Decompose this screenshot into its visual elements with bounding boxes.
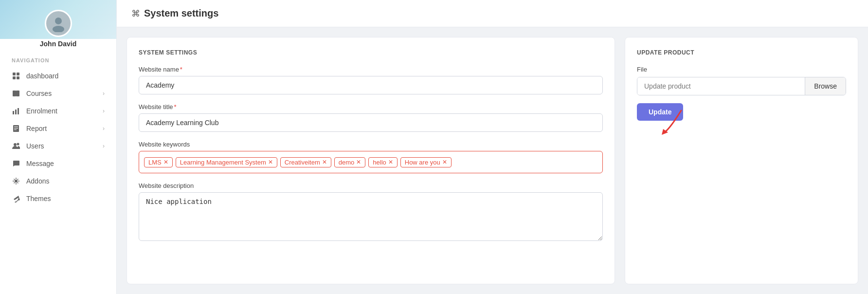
update-button[interactable]: Update [637, 103, 683, 121]
website-keywords-group: Website keywords LMS ✕Learning Managemen… [139, 141, 603, 173]
sidebar-item-label: Message [26, 160, 54, 167]
chevron-right-icon: › [103, 108, 105, 114]
page-title: System settings [144, 8, 218, 19]
update-product-panel: UPDATE PRODUCT File Browse Update [625, 37, 858, 284]
system-settings-icon: ⌘ [131, 8, 140, 19]
chevron-right-icon: › [103, 90, 105, 97]
tag-close-icon[interactable]: ✕ [163, 159, 168, 165]
report-icon [12, 125, 20, 132]
website-description-textarea[interactable]: Nice application [139, 192, 603, 241]
tag-close-icon[interactable]: ✕ [356, 159, 361, 165]
website-description-label: Website description [139, 182, 603, 189]
svg-rect-5 [17, 76, 19, 79]
tag-close-icon[interactable]: ✕ [388, 159, 393, 165]
keyword-tag[interactable]: Creativeitem ✕ [280, 157, 331, 167]
keywords-tags-input[interactable]: LMS ✕Learning Management System ✕Creativ… [139, 151, 603, 173]
sidebar-item-label: Report [26, 125, 47, 132]
website-title-group: Website title * [139, 103, 603, 132]
tag-close-icon[interactable]: ✕ [442, 159, 447, 165]
grid-icon [12, 72, 20, 80]
svg-rect-7 [15, 110, 17, 114]
svg-rect-3 [17, 73, 19, 75]
avatar [45, 10, 72, 37]
required-asterisk: * [174, 103, 177, 110]
brush-icon [12, 195, 20, 202]
chart-icon [12, 107, 20, 115]
main-content: ⌘ System settings SYSTEM SETTINGS Websit… [117, 0, 868, 294]
sidebar-item-label: Addons [26, 177, 49, 185]
keyword-tag[interactable]: Learning Management System ✕ [176, 157, 277, 167]
svg-point-11 [15, 180, 18, 183]
keyword-tag[interactable]: How are you ✕ [400, 157, 452, 167]
sidebar-item-report[interactable]: Report › [0, 120, 116, 137]
sidebar-item-label: dashboard [26, 72, 58, 80]
keyword-tag[interactable]: LMS ✕ [144, 157, 173, 167]
svg-point-1 [53, 26, 64, 32]
settings-panel-title: SYSTEM SETTINGS [139, 49, 603, 56]
file-input[interactable] [637, 77, 805, 95]
user-profile: John David [40, 10, 76, 48]
chevron-right-icon: › [103, 125, 105, 132]
book-icon [12, 90, 20, 97]
svg-rect-8 [18, 108, 19, 114]
svg-point-0 [55, 18, 62, 24]
settings-panel: SYSTEM SETTINGS Website name * Website t… [127, 37, 615, 284]
nav-items: dashboard Courses › Enrolment › [0, 67, 116, 207]
page-header: ⌘ System settings [117, 0, 868, 27]
svg-rect-2 [13, 73, 16, 75]
tag-close-icon[interactable]: ✕ [268, 159, 273, 165]
website-title-input[interactable] [139, 113, 603, 132]
website-description-group: Website description Nice application [139, 182, 603, 243]
svg-rect-6 [13, 111, 14, 114]
tag-close-icon[interactable]: ✕ [322, 159, 327, 165]
svg-rect-4 [13, 76, 16, 79]
website-name-label: Website name * [139, 66, 603, 73]
website-name-input[interactable] [139, 76, 603, 94]
nav-label: NAVIGATION [0, 57, 49, 63]
users-icon [12, 142, 20, 150]
sidebar: John David NAVIGATION dashboard Courses … [0, 0, 117, 294]
sidebar-item-label: Enrolment [26, 107, 57, 115]
website-name-group: Website name * [139, 66, 603, 94]
keyword-tag[interactable]: hello ✕ [368, 157, 397, 167]
sidebar-item-users[interactable]: Users › [0, 137, 116, 155]
sidebar-item-addons[interactable]: Addons [0, 172, 116, 190]
update-panel-title: UPDATE PRODUCT [637, 49, 846, 56]
sidebar-item-label: Courses [26, 90, 52, 97]
browse-button[interactable]: Browse [805, 77, 846, 95]
sidebar-item-dashboard[interactable]: dashboard [0, 67, 116, 85]
required-asterisk: * [180, 66, 182, 73]
sidebar-item-themes[interactable]: Themes [0, 190, 116, 207]
message-icon [12, 160, 20, 167]
svg-point-10 [17, 143, 19, 146]
user-name: John David [40, 40, 76, 48]
sidebar-item-message[interactable]: Message [0, 155, 116, 172]
file-label: File [637, 66, 846, 73]
sidebar-item-enrolment[interactable]: Enrolment › [0, 102, 116, 120]
svg-point-9 [14, 143, 17, 146]
sidebar-item-label: Themes [26, 195, 51, 202]
chevron-right-icon: › [103, 143, 105, 149]
content-area: SYSTEM SETTINGS Website name * Website t… [117, 27, 868, 294]
svg-marker-12 [662, 129, 668, 135]
addons-icon [12, 177, 20, 185]
sidebar-item-label: Users [26, 142, 44, 150]
website-title-label: Website title * [139, 103, 603, 110]
website-keywords-label: Website keywords [139, 141, 603, 148]
file-input-row: Browse [637, 77, 846, 95]
keyword-tag[interactable]: demo ✕ [334, 157, 366, 167]
sidebar-item-courses[interactable]: Courses › [0, 85, 116, 102]
